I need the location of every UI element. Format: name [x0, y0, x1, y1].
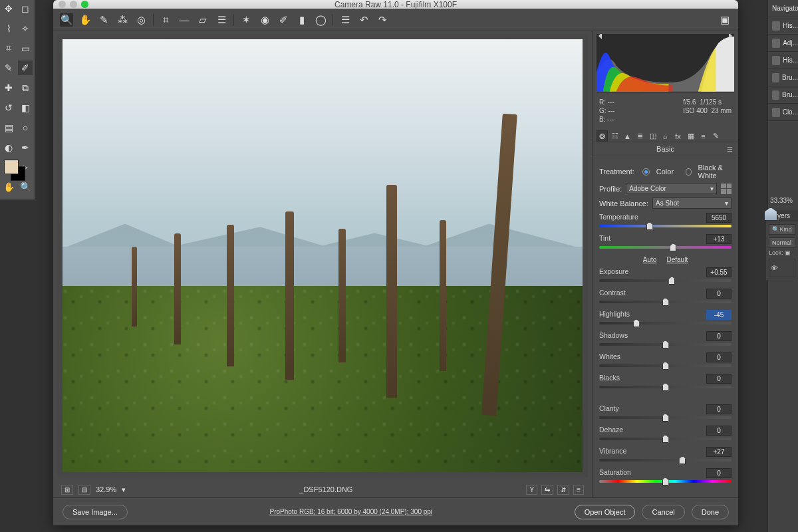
- dock-tab[interactable]: Bru...: [768, 69, 798, 86]
- wand-tool-icon[interactable]: ✧: [18, 21, 33, 36]
- radial-filter-icon[interactable]: ◯: [314, 13, 327, 27]
- histogram[interactable]: [597, 34, 734, 92]
- slider-thumb[interactable]: [662, 383, 669, 391]
- zoom-tool-icon[interactable]: 🔍: [18, 180, 33, 194]
- marquee-tool-icon[interactable]: ◻: [18, 1, 33, 16]
- zoom-dropdown-icon[interactable]: ▾: [122, 485, 126, 494]
- stamp-tool-icon[interactable]: ⧉: [18, 80, 33, 95]
- eraser-tool-icon[interactable]: ◧: [18, 100, 33, 115]
- slider-thumb[interactable]: [668, 277, 675, 285]
- shadows-slider[interactable]: Shadows0: [599, 331, 732, 346]
- view-settings-icon[interactable]: ≡: [573, 485, 584, 495]
- tab-snapshots-icon[interactable]: ✎: [710, 130, 722, 142]
- close-icon[interactable]: [59, 1, 66, 8]
- crop-tool-icon[interactable]: ⌗: [159, 13, 172, 27]
- vibrance-value[interactable]: +27: [706, 447, 732, 457]
- history-brush-icon[interactable]: ↺: [1, 100, 16, 115]
- spot-removal-tool-icon[interactable]: ✶: [239, 13, 253, 27]
- shadows-value[interactable]: 0: [706, 331, 732, 341]
- dodge-tool-icon[interactable]: ◐: [1, 140, 16, 155]
- rotate-cw-icon[interactable]: ↷: [376, 13, 389, 27]
- vibrance-slider[interactable]: Vibrance+27: [599, 447, 732, 462]
- graduated-filter-icon[interactable]: ▮: [295, 13, 309, 27]
- temperature-slider[interactable]: Temperature5650: [599, 213, 732, 227]
- highlights-value[interactable]: -45: [706, 310, 732, 320]
- maximize-icon[interactable]: [81, 1, 88, 8]
- preferences-icon[interactable]: ☰: [338, 13, 352, 27]
- done-button[interactable]: Done: [692, 505, 729, 519]
- healing-tool-icon[interactable]: ✚: [1, 80, 16, 95]
- dehaze-slider[interactable]: Dehaze0: [599, 426, 732, 440]
- clarity-value[interactable]: 0: [706, 404, 732, 414]
- hand-tool-icon[interactable]: ✋: [78, 13, 92, 27]
- tab-presets-icon[interactable]: ≡: [698, 130, 709, 142]
- tab-basic-icon[interactable]: ❂: [597, 130, 608, 142]
- cancel-button[interactable]: Cancel: [642, 505, 684, 519]
- eyedropper-tool-icon[interactable]: ✎: [1, 61, 16, 75]
- blur-tool-icon[interactable]: ○: [18, 120, 33, 135]
- swap-view-icon[interactable]: ⇆: [541, 485, 553, 495]
- slider-thumb[interactable]: [662, 435, 669, 443]
- slider-thumb[interactable]: [662, 414, 669, 422]
- guided-upright-icon[interactable]: ☰: [215, 13, 228, 27]
- window-titlebar[interactable]: Camera Raw 11.0 - Fujifilm X100F: [53, 0, 738, 9]
- zoom-tool-icon[interactable]: 🔍: [60, 13, 73, 27]
- blacks-slider[interactable]: Blacks0: [599, 374, 732, 388]
- white-balance-tool-icon[interactable]: ✎: [97, 13, 110, 27]
- saturation-slider[interactable]: Saturation0: [599, 468, 732, 483]
- saturation-value[interactable]: 0: [706, 468, 732, 478]
- pen-tool-icon[interactable]: ✒: [18, 140, 33, 155]
- transform-tool-icon[interactable]: ▱: [196, 13, 209, 27]
- layer-row[interactable]: 👁: [769, 259, 795, 277]
- visibility-icon[interactable]: 👁: [771, 264, 778, 272]
- panel-menu-icon[interactable]: ☰: [727, 146, 733, 153]
- contrast-value[interactable]: 0: [706, 289, 732, 299]
- dock-tab[interactable]: Adj...: [768, 35, 798, 52]
- gradient-tool-icon[interactable]: ▤: [1, 120, 16, 135]
- adjustment-brush-icon[interactable]: ✐: [277, 13, 290, 27]
- save-image-button[interactable]: Save Image...: [63, 505, 128, 519]
- slider-thumb[interactable]: [662, 362, 669, 370]
- temperature-value[interactable]: 5650: [706, 213, 732, 223]
- profile-select[interactable]: Adobe Color▾: [626, 183, 717, 194]
- treatment-color-radio[interactable]: [642, 168, 650, 176]
- slider-thumb[interactable]: [662, 298, 669, 306]
- whites-value[interactable]: 0: [706, 352, 732, 362]
- hand-tool-icon[interactable]: ✋: [1, 180, 16, 194]
- exposure-value[interactable]: +0.55: [706, 267, 732, 277]
- tab-hsl-icon[interactable]: ≣: [634, 130, 646, 142]
- filmstrip-toggle-icon[interactable]: ⊞: [61, 485, 73, 495]
- zoom-level[interactable]: 32.9%: [96, 485, 116, 493]
- treatment-bw-text[interactable]: Black & White: [698, 164, 732, 180]
- contrast-slider[interactable]: Contrast0: [599, 289, 732, 303]
- color-swatches[interactable]: [4, 160, 19, 174]
- dock-tab[interactable]: His...: [768, 52, 798, 69]
- foreground-color-swatch[interactable]: [4, 160, 19, 174]
- image-preview[interactable]: [57, 34, 588, 477]
- tab-lens-icon[interactable]: ⌕: [660, 130, 671, 142]
- blacks-value[interactable]: 0: [706, 374, 732, 384]
- red-eye-tool-icon[interactable]: ◉: [258, 13, 271, 27]
- exposure-slider[interactable]: Exposure+0.55: [599, 267, 732, 282]
- tab-curve-icon[interactable]: ☷: [609, 130, 620, 142]
- navigator-tab[interactable]: Navigator: [768, 0, 798, 17]
- slider-thumb[interactable]: [670, 243, 676, 251]
- dock-tab[interactable]: Clo...: [768, 104, 798, 121]
- minimize-icon[interactable]: [70, 1, 77, 8]
- tab-fx-icon[interactable]: fx: [672, 130, 684, 142]
- treatment-bw-radio[interactable]: [686, 168, 692, 176]
- highlights-slider[interactable]: Highlights-45: [599, 310, 732, 325]
- before-after-icon[interactable]: Y: [526, 485, 537, 495]
- clarity-slider[interactable]: Clarity0: [599, 404, 732, 419]
- whites-slider[interactable]: Whites0: [599, 352, 732, 367]
- snapshot-toggle-icon[interactable]: ▣: [718, 13, 732, 27]
- crop-tool-icon[interactable]: ⌗: [1, 41, 16, 56]
- frame-tool-icon[interactable]: ▭: [18, 41, 33, 56]
- tab-calibration-icon[interactable]: ▦: [685, 130, 696, 142]
- tint-slider[interactable]: Tint+13: [599, 234, 732, 249]
- auto-link[interactable]: Auto: [643, 256, 657, 263]
- slider-thumb[interactable]: [679, 456, 686, 464]
- wb-select[interactable]: As Shot▾: [652, 198, 732, 209]
- slider-thumb[interactable]: [646, 222, 653, 230]
- dehaze-value[interactable]: 0: [706, 426, 732, 436]
